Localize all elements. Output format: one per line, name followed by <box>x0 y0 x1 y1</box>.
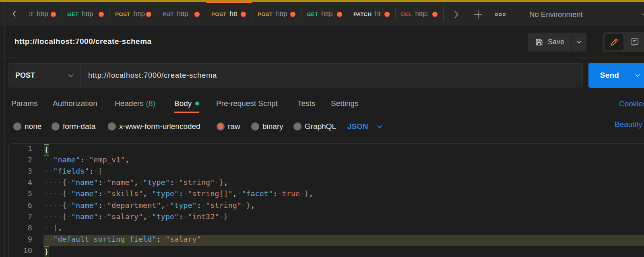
line-number: 3 <box>0 167 32 175</box>
code-line-3[interactable]: 3··"fields":·[ <box>0 167 644 178</box>
code-text: ····{·"name":·"name",·"type":·"string"·}… <box>44 178 228 187</box>
whitespace-dot: · <box>161 235 165 243</box>
tab-method: DEL <box>401 11 412 17</box>
line-number: 9 <box>0 235 32 243</box>
code-text: ··"default_sorting_field":·"salary" <box>44 235 201 243</box>
tab-body[interactable]: Body <box>174 95 199 116</box>
request-tab-8[interactable]: PATCHht <box>348 2 396 25</box>
request-tab-1[interactable]: GEThttp <box>29 2 62 25</box>
code-token: : <box>156 235 161 243</box>
method-value: POST <box>15 71 35 80</box>
code-token: : <box>179 212 183 221</box>
body-type-x-www-form-urlencoded[interactable]: x-www-form-urlencoded <box>108 116 200 138</box>
tab-params[interactable]: Params <box>11 95 37 116</box>
request-tab-3[interactable]: POSThttp <box>110 2 157 25</box>
code-line-8[interactable]: 8··], <box>0 224 644 235</box>
tab-options-button[interactable] <box>489 2 511 25</box>
whitespace-dot: · <box>67 212 71 221</box>
whitespace-dot: ·· <box>44 167 53 175</box>
request-tab-9[interactable]: DELhttp: <box>396 2 444 25</box>
whitespace-dot: · <box>183 189 188 198</box>
whitespace-dot: · <box>183 212 188 221</box>
body-editor[interactable]: 1{2··"name":·"emp_v1",3··"fields":·[4···… <box>0 141 644 257</box>
code-line-10[interactable]: 10} <box>0 246 644 257</box>
environment-selector[interactable]: No Environment <box>517 2 644 25</box>
line-number: 2 <box>0 155 32 164</box>
code-token: } <box>246 201 250 209</box>
code-token: : <box>80 155 85 164</box>
code-line-5[interactable]: 5····{·"name":·"skills",·"type":·"string… <box>0 189 644 201</box>
request-tab-7[interactable]: GEThttp <box>301 2 348 25</box>
code-token: [ <box>98 167 103 175</box>
language-value: JSON <box>347 122 368 131</box>
request-tab-5[interactable]: POSThtt <box>206 2 252 25</box>
whitespace-dot: · <box>300 189 304 198</box>
radio-icon <box>108 122 116 131</box>
save-options-button[interactable] <box>572 33 586 52</box>
sidebar-edge-line <box>4 2 5 257</box>
documentation-button[interactable] <box>605 34 623 50</box>
code-token: , <box>143 189 147 198</box>
tab-settings[interactable]: Settings <box>331 95 359 116</box>
whitespace-dot: ·· <box>44 155 53 164</box>
tab-authorization[interactable]: Authorization <box>53 95 97 116</box>
unsaved-dot <box>337 12 342 17</box>
beautify-link[interactable]: Beautify <box>615 120 642 129</box>
code-line-6[interactable]: 6····{·"name":·"department",·"type":·"st… <box>0 201 644 212</box>
tab-label: Pre-request Script <box>216 99 278 108</box>
code-line-4[interactable]: 4····{·"name":·"name",·"type":·"string"·… <box>0 178 644 189</box>
code-line-7[interactable]: 7····{·"name":·"salary",·"type":·"int32"… <box>0 212 644 224</box>
tab-pre-request-script[interactable]: Pre-request Script <box>216 95 278 116</box>
environment-name: No Environment <box>529 10 583 19</box>
line-number: 5 <box>0 189 32 198</box>
whitespace-dot: · <box>147 212 152 221</box>
code-line-2[interactable]: 2··"name":·"emp_v1", <box>0 155 644 167</box>
send-button[interactable]: Send <box>588 63 631 88</box>
comments-button[interactable] <box>627 34 642 50</box>
new-tab-button[interactable] <box>467 2 489 25</box>
body-type-none[interactable]: none <box>13 116 41 138</box>
chevron-down-icon <box>641 11 644 18</box>
request-tab-6[interactable]: POSThttp <box>252 2 301 25</box>
body-type-graphql[interactable]: GraphQL <box>293 116 336 138</box>
request-tab-2[interactable]: GEThttp <box>62 2 110 25</box>
whitespace-dot: ···· <box>44 212 62 221</box>
unsaved-dot <box>51 12 56 17</box>
tab-tests[interactable]: Tests <box>297 95 315 116</box>
request-tab-bar: GEThttpGEThttpPOSThttpPUThttpPOSThttPOST… <box>0 2 644 25</box>
code-token: { <box>62 189 67 198</box>
body-type-raw[interactable]: raw <box>217 116 240 138</box>
code-token: "skills" <box>107 189 143 198</box>
tab-method: GET <box>307 11 318 17</box>
send-options-button[interactable] <box>631 63 644 88</box>
code-token: , <box>143 212 147 221</box>
url-input[interactable]: http://localhost:7000/create-schema <box>88 71 217 80</box>
whitespace-dot: ···· <box>44 189 62 198</box>
code-line-1[interactable]: 1{ <box>0 144 644 155</box>
tab-method: PUT <box>163 11 174 17</box>
tab-method: POST <box>115 11 130 17</box>
body-type-form-data[interactable]: form-data <box>52 116 95 138</box>
tab-method: GET <box>67 11 78 17</box>
headers-count: (8) <box>146 99 155 108</box>
whitespace-dot: ·· <box>44 235 53 243</box>
tab-url: http <box>276 10 287 18</box>
body-type-binary[interactable]: binary <box>251 116 283 138</box>
code-line-9[interactable]: 9··"default_sorting_field":·"salary" <box>0 235 644 246</box>
tab-label: Tests <box>297 99 315 108</box>
unsaved-dot <box>290 12 295 17</box>
line-number: 10 <box>0 246 32 255</box>
request-title-row: http://localhost:7000/create-schema Save <box>0 25 644 58</box>
method-dropdown[interactable]: POST <box>8 64 81 87</box>
code-token: "int32" <box>188 212 219 221</box>
save-button[interactable]: Save <box>528 33 571 52</box>
radio-label: binary <box>262 122 283 131</box>
tabs-scroll-right-button[interactable] <box>445 2 467 25</box>
request-tab-4[interactable]: PUThttp <box>157 2 206 25</box>
line-number: 6 <box>0 201 32 209</box>
language-dropdown[interactable]: JSON <box>347 116 383 138</box>
tab-url: http <box>37 10 48 18</box>
code-token: , <box>134 178 138 187</box>
tab-headers[interactable]: Headers(8) <box>115 95 155 116</box>
tab-url: http <box>82 10 93 18</box>
